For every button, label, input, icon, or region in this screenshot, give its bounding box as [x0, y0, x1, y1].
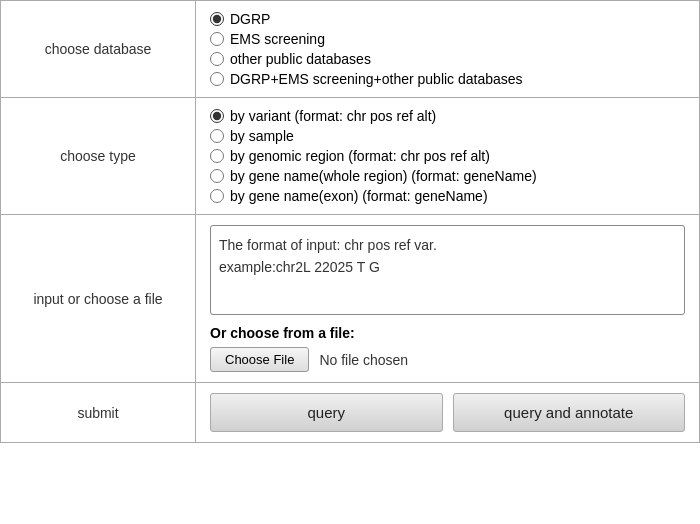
database-radio-group: DGRP EMS screening other public database… [210, 11, 685, 87]
file-section: Or choose from a file: Choose File No fi… [210, 325, 685, 372]
submit-content: query query and annotate [196, 383, 700, 443]
input-textarea-display: The format of input: chr pos ref var. ex… [210, 225, 685, 315]
db-option-public[interactable]: other public databases [210, 51, 685, 67]
type-radio-group: by variant (format: chr pos ref alt) by … [210, 108, 685, 204]
type-radio-gene-whole[interactable] [210, 169, 224, 183]
type-option-sample[interactable]: by sample [210, 128, 685, 144]
input-file-content: The format of input: chr pos ref var. ex… [196, 215, 700, 383]
choose-type-label: choose type [1, 98, 196, 215]
type-radio-region[interactable] [210, 149, 224, 163]
file-section-label: Or choose from a file: [210, 325, 685, 341]
query-button[interactable]: query [210, 393, 443, 432]
input-file-label: input or choose a file [1, 215, 196, 383]
db-option-combined[interactable]: DGRP+EMS screening+other public database… [210, 71, 685, 87]
file-row: Choose File No file chosen [210, 347, 685, 372]
query-annotate-button[interactable]: query and annotate [453, 393, 686, 432]
type-option-gene-exon[interactable]: by gene name(exon) (format: geneName) [210, 188, 685, 204]
choose-type-options: by variant (format: chr pos ref alt) by … [196, 98, 700, 215]
type-radio-sample[interactable] [210, 129, 224, 143]
submit-buttons: query query and annotate [210, 393, 685, 432]
type-radio-gene-exon[interactable] [210, 189, 224, 203]
type-option-gene-whole[interactable]: by gene name(whole region) (format: gene… [210, 168, 685, 184]
db-radio-ems[interactable] [210, 32, 224, 46]
db-radio-combined[interactable] [210, 72, 224, 86]
db-option-ems[interactable]: EMS screening [210, 31, 685, 47]
choose-database-options: DGRP EMS screening other public database… [196, 1, 700, 98]
choose-file-button[interactable]: Choose File [210, 347, 309, 372]
choose-database-label: choose database [1, 1, 196, 98]
db-radio-dgrp[interactable] [210, 12, 224, 26]
type-option-region[interactable]: by genomic region (format: chr pos ref a… [210, 148, 685, 164]
no-file-text: No file chosen [319, 352, 408, 368]
submit-label: submit [1, 383, 196, 443]
db-radio-public[interactable] [210, 52, 224, 66]
type-radio-variant[interactable] [210, 109, 224, 123]
db-option-dgrp[interactable]: DGRP [210, 11, 685, 27]
type-option-variant[interactable]: by variant (format: chr pos ref alt) [210, 108, 685, 124]
